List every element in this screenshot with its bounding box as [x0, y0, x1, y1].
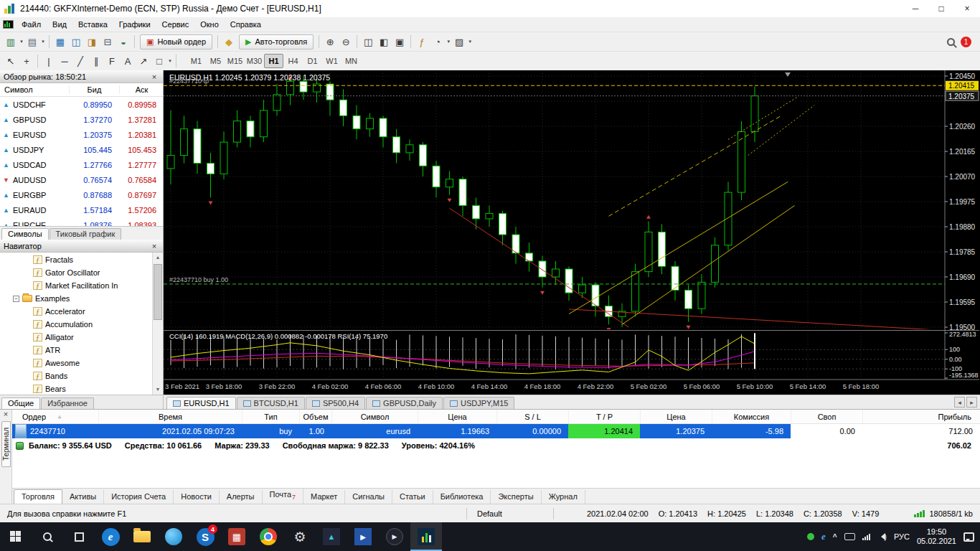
close-icon[interactable]: × — [1, 410, 11, 420]
caret-down-icon[interactable]: ▾ — [19, 39, 24, 44]
column-10[interactable]: Своп — [791, 410, 862, 423]
column-5[interactable]: Цена — [418, 410, 496, 423]
scroll-down-icon[interactable]: ▼ — [153, 385, 163, 395]
menu-item[interactable]: Графики — [113, 19, 156, 31]
menu-item[interactable]: Окно — [194, 19, 225, 31]
column-8[interactable]: Цена — [640, 410, 712, 423]
close-icon[interactable]: × — [954, 0, 980, 17]
language-indicator[interactable]: РУС — [894, 532, 910, 541]
new-order-button[interactable]: ▣Новый ордер — [140, 34, 212, 50]
strategy-tester-icon[interactable]: ◒ — [116, 34, 131, 49]
cursor-icon[interactable]: ↖ — [4, 54, 18, 68]
start-button[interactable] — [0, 522, 32, 551]
text-label-icon[interactable]: A — [121, 54, 135, 68]
menu-item[interactable]: Справка — [225, 19, 267, 31]
terminal-tab[interactable]: Статьи — [392, 490, 433, 504]
chart-tab[interactable]: EURUSD,H1 — [166, 397, 236, 409]
new-chart-icon[interactable]: ▥ — [4, 34, 18, 49]
navigator-item[interactable]: ƒBands — [0, 369, 152, 382]
arrows-tool-icon[interactable]: ↗ — [136, 54, 151, 68]
market-watch-row[interactable]: ▲EURAUD1.571841.57206 — [0, 202, 163, 217]
tray-volume-button[interactable]: ) — [877, 533, 887, 541]
tile-windows-icon[interactable]: ◫ — [361, 34, 375, 49]
market-watch-row[interactable]: ▲EURGBP0.876880.87697 — [0, 187, 163, 202]
taskbar-movies-button[interactable]: ▶ — [347, 522, 379, 551]
market-watch-row[interactable]: ▲USDCHF0.899500.89958 — [0, 97, 163, 112]
taskbar-metatrader-button[interactable] — [410, 522, 442, 551]
scroll-up-icon[interactable]: ▲ — [153, 253, 163, 263]
notification-badge[interactable]: 1 — [961, 37, 971, 47]
maximize-icon[interactable]: □ — [928, 0, 954, 17]
taskbar-media-player-button[interactable]: ▶ — [379, 522, 410, 551]
navigator-item[interactable]: ƒAlligator — [0, 331, 152, 344]
column-0[interactable]: Ордер▵ — [12, 410, 98, 423]
terminal-tab[interactable]: Маркет — [303, 490, 345, 504]
chart-system-menu-icon[interactable] — [3, 20, 14, 29]
zoom-out-icon[interactable]: ⊖ — [339, 34, 353, 49]
search-button[interactable] — [32, 522, 63, 551]
tab-prev-icon[interactable]: ◂ — [954, 397, 965, 408]
navigator-scrollbar[interactable]: ▲ ▼ — [152, 253, 163, 395]
terminal-tab[interactable]: Активы — [62, 490, 104, 504]
chart-tab[interactable]: GBPUSD,Daily — [366, 397, 443, 409]
vertical-line-icon[interactable]: | — [42, 54, 56, 68]
scrollbar-thumb[interactable] — [154, 264, 162, 320]
search-icon[interactable] — [947, 38, 955, 46]
timeframe-w1[interactable]: W1 — [322, 54, 341, 68]
indicators-list-icon[interactable]: ƒ — [415, 34, 429, 49]
horizontal-line-icon[interactable]: ─ — [57, 54, 72, 68]
metaeditor-icon[interactable]: ◆ — [222, 34, 236, 49]
templates-icon[interactable]: ▨ — [452, 34, 466, 49]
caret-down-icon[interactable]: ▾ — [167, 58, 173, 64]
column-4[interactable]: Символ — [331, 410, 418, 423]
zoom-in-icon[interactable]: ⊕ — [323, 34, 337, 49]
tab-next-icon[interactable]: ▸ — [966, 397, 977, 408]
terminal-tab[interactable]: Почта7 — [263, 488, 304, 504]
tray-network-button[interactable] — [862, 534, 870, 540]
navigator-item[interactable]: ƒFractals — [0, 253, 152, 266]
market-watch-row[interactable]: ▲USDJPY105.445105.453 — [0, 142, 163, 157]
chart-tab[interactable]: BTCUSD,H1 — [237, 397, 305, 409]
timeframe-m30[interactable]: M30 — [245, 54, 264, 68]
column-6[interactable]: S / L — [496, 410, 568, 423]
navigator-item[interactable]: ƒAwesome — [0, 357, 152, 369]
caret-down-icon[interactable]: ▾ — [446, 39, 451, 44]
expand-icon[interactable]: − — [13, 296, 19, 302]
taskbar-store-button[interactable]: ▦ — [221, 522, 253, 551]
timeframe-h1[interactable]: H1 — [264, 54, 283, 68]
market-watch-row[interactable]: ▼AUDUSD0.765740.76584 — [0, 172, 163, 187]
arrange-icons-icon[interactable]: ▣ — [392, 34, 407, 49]
chart-tab[interactable]: USDJPY,M15 — [443, 397, 514, 409]
caret-down-icon[interactable]: ▾ — [40, 39, 46, 44]
terminal-tab[interactable]: Библиотека — [433, 490, 491, 504]
menu-item[interactable]: Вставка — [72, 19, 113, 31]
menu-item[interactable]: Сервис — [156, 19, 195, 31]
terminal-tab[interactable]: Торговля — [14, 489, 62, 504]
column-2[interactable]: Тип — [242, 410, 299, 423]
market-watch-row[interactable]: ▲EURUSD1.203751.20381 — [0, 127, 163, 142]
timeframe-m5[interactable]: M5 — [206, 54, 225, 68]
menu-item[interactable]: Вид — [47, 19, 72, 31]
terminal-tab[interactable]: Сигналы — [345, 490, 392, 504]
tab-favorites[interactable]: Избранное — [41, 397, 94, 409]
market-watch-row[interactable]: ▲EURCHF1.083761.08393 — [0, 217, 163, 226]
market-watch-row[interactable]: ▲USDCAD1.277661.27777 — [0, 157, 163, 172]
trendline-icon[interactable]: ╱ — [73, 54, 88, 68]
timeframe-mn[interactable]: MN — [341, 54, 361, 68]
action-center-button[interactable] — [963, 532, 974, 542]
taskbar-explorer-button[interactable] — [126, 522, 158, 551]
tab-common[interactable]: Общие — [1, 397, 40, 409]
taskbar-settings-button[interactable]: ⚙ — [284, 522, 316, 551]
channel-icon[interactable]: ∥ — [89, 54, 103, 68]
status-profile[interactable]: Default — [467, 509, 553, 518]
terminal-tab[interactable]: Алерты — [220, 490, 263, 504]
task-view-button[interactable] — [63, 522, 95, 551]
navigator-item[interactable]: ƒMarket Facilitation In — [0, 279, 152, 292]
taskbar-chrome-button[interactable] — [253, 522, 284, 551]
column-11[interactable]: Прибыль — [862, 410, 980, 423]
tray-defender-button[interactable] — [807, 533, 814, 540]
navigator-item[interactable]: ƒAccelerator — [0, 305, 152, 318]
market-watch-toggle-icon[interactable]: ▦ — [53, 34, 67, 49]
tray-edge-tray-button[interactable]: e — [821, 531, 826, 542]
crosshair-icon[interactable]: + — [19, 54, 34, 68]
